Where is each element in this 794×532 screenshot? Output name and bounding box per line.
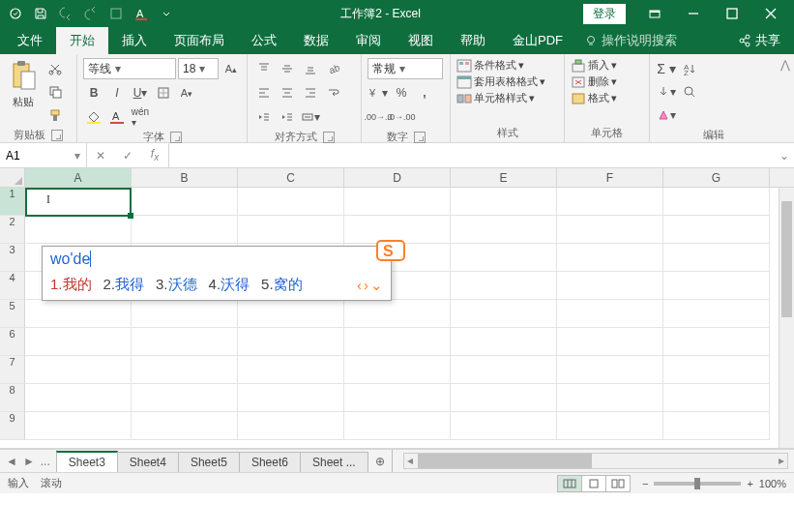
row-header[interactable]: 3 — [0, 244, 25, 272]
cell[interactable] — [25, 356, 132, 384]
cell[interactable] — [132, 328, 238, 356]
maximize-icon[interactable] — [713, 0, 751, 27]
orientation-icon[interactable]: ab — [323, 58, 344, 79]
cell[interactable] — [238, 328, 344, 356]
align-left-icon[interactable] — [253, 82, 275, 103]
ime-candidate[interactable]: 5.窝的 — [261, 276, 303, 294]
cell[interactable] — [557, 300, 663, 328]
cell[interactable] — [451, 300, 557, 328]
minimize-icon[interactable] — [674, 0, 713, 27]
cell[interactable] — [344, 384, 451, 412]
merge-icon[interactable]: ▾ — [300, 106, 321, 128]
sheet-tab[interactable]: Sheet ... — [300, 452, 368, 472]
cell[interactable] — [238, 356, 344, 384]
cell[interactable] — [663, 356, 770, 384]
cell[interactable] — [132, 188, 238, 216]
sheet-nav-ellipsis[interactable]: ... — [41, 455, 50, 468]
cell[interactable] — [557, 328, 663, 356]
tab-formulas[interactable]: 公式 — [238, 27, 290, 54]
vertical-scrollbar[interactable] — [779, 188, 794, 448]
col-header[interactable]: A — [25, 168, 132, 187]
format-table-button[interactable]: 套用表格格式 ▾ — [456, 74, 545, 89]
zoom-in-icon[interactable]: + — [747, 478, 752, 489]
insert-cells-button[interactable]: 插入 ▾ — [571, 58, 617, 73]
zoom-level[interactable]: 100% — [759, 478, 786, 489]
active-cell[interactable]: I — [25, 188, 132, 217]
sheet-tab-active[interactable]: Sheet3 — [56, 451, 118, 472]
cell[interactable] — [557, 356, 663, 384]
row-header[interactable]: 1 — [0, 188, 25, 216]
tab-pdf[interactable]: 金山PDF — [499, 27, 576, 54]
close-icon[interactable] — [751, 0, 790, 27]
row-header[interactable]: 7 — [0, 356, 25, 384]
tab-home[interactable]: 开始 — [56, 27, 108, 54]
font-name-combo[interactable]: 等线▾ — [83, 58, 176, 79]
row-header[interactable]: 4 — [0, 272, 25, 300]
decrease-indent-icon[interactable] — [253, 106, 275, 128]
sheet-tab[interactable]: Sheet6 — [239, 452, 301, 472]
tell-me-search[interactable]: 操作说明搜索 — [584, 27, 677, 54]
worksheet-grid[interactable]: A B C D E F G 123456789 I — [0, 168, 794, 449]
horizontal-scrollbar[interactable]: ◂ ▸ — [403, 453, 788, 469]
col-header[interactable]: F — [557, 168, 663, 187]
tab-layout[interactable]: 页面布局 — [161, 27, 238, 54]
cell[interactable] — [25, 328, 132, 356]
bold-icon[interactable]: B — [83, 82, 104, 103]
select-all-corner[interactable] — [0, 168, 25, 187]
cell[interactable] — [663, 384, 770, 412]
underline-icon[interactable]: U▾ — [130, 82, 151, 103]
paste-button[interactable]: 粘贴 — [6, 58, 41, 111]
share-button[interactable]: 共享 — [724, 27, 794, 54]
cell[interactable] — [132, 384, 238, 412]
align-right-icon[interactable] — [300, 82, 321, 103]
cell[interactable] — [451, 188, 557, 216]
page-layout-view-icon[interactable] — [581, 475, 606, 492]
row-header[interactable]: 8 — [0, 384, 25, 412]
cell[interactable] — [557, 384, 663, 412]
ime-candidate[interactable]: 4.沃得 — [209, 276, 250, 294]
tab-help[interactable]: 帮助 — [447, 27, 499, 54]
cell[interactable] — [25, 300, 132, 328]
cell[interactable] — [451, 272, 557, 300]
cell[interactable] — [344, 328, 451, 356]
font-size-combo[interactable]: 18▾ — [178, 58, 219, 79]
ime-candidate[interactable]: 3.沃德 — [156, 276, 197, 294]
cell[interactable] — [25, 216, 132, 244]
col-header[interactable]: B — [132, 168, 238, 187]
cell[interactable] — [663, 188, 770, 216]
align-middle-icon[interactable] — [277, 58, 298, 79]
tab-data[interactable]: 数据 — [290, 27, 342, 54]
normal-view-icon[interactable] — [557, 475, 582, 492]
zoom-out-icon[interactable]: − — [642, 478, 648, 489]
cell[interactable] — [451, 244, 557, 272]
fill-color-icon[interactable] — [83, 106, 104, 128]
border-icon[interactable] — [153, 82, 174, 103]
comma-icon[interactable]: , — [414, 82, 435, 103]
number-format-combo[interactable]: 常规▾ — [368, 58, 443, 79]
cell[interactable] — [663, 272, 770, 300]
format-painter-icon[interactable] — [44, 104, 66, 126]
cell[interactable] — [238, 412, 344, 440]
cell[interactable] — [557, 216, 663, 244]
cell[interactable] — [238, 300, 344, 328]
cell[interactable] — [451, 412, 557, 440]
confirm-edit-icon[interactable]: ✓ — [114, 143, 141, 167]
cell[interactable] — [451, 384, 557, 412]
align-top-icon[interactable] — [253, 58, 275, 79]
zoom-slider[interactable] — [654, 482, 741, 486]
cell[interactable] — [451, 356, 557, 384]
increase-decimal-icon[interactable]: .00→.0 — [368, 106, 389, 128]
font-color-icon[interactable]: A — [106, 106, 128, 128]
ime-candidate[interactable]: 2.我得 — [103, 276, 145, 294]
tab-view[interactable]: 视图 — [395, 27, 447, 54]
col-header[interactable]: D — [344, 168, 451, 187]
autosave-icon[interactable] — [4, 3, 27, 24]
qat-dropdown-icon[interactable] — [155, 3, 178, 24]
undo-icon[interactable] — [54, 3, 77, 24]
col-header[interactable]: E — [451, 168, 557, 187]
cell[interactable] — [663, 412, 770, 440]
cell[interactable] — [25, 384, 132, 412]
font-color-qat-icon[interactable]: A — [130, 3, 153, 24]
sheet-nav-next-icon[interactable]: ► — [23, 455, 35, 468]
decrease-decimal-icon[interactable]: .0→.00 — [391, 106, 412, 128]
